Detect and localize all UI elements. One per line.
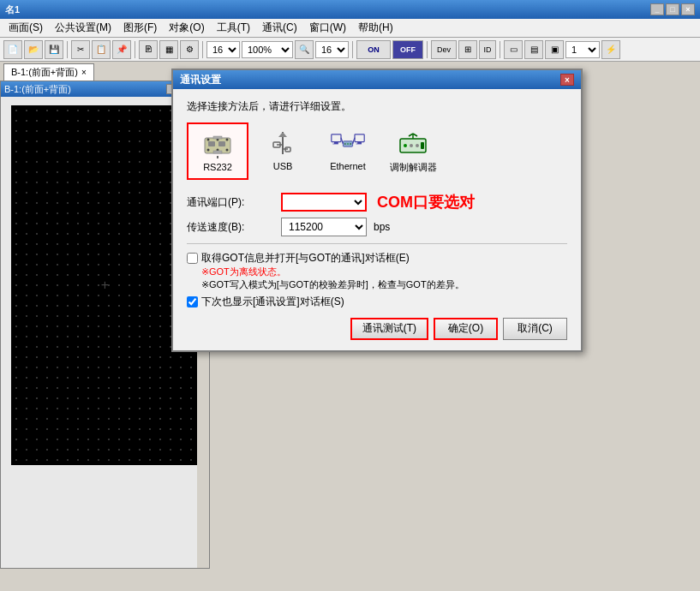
- checkbox2-label[interactable]: 下次也显示[通讯设置]对话框(S): [201, 295, 344, 309]
- svg-rect-18: [332, 134, 341, 142]
- svg-rect-21: [355, 134, 364, 142]
- checkbox1-label[interactable]: 取得GOT信息并打开[与GOT的通讯]对话框(E): [201, 252, 410, 264]
- svg-marker-13: [278, 132, 287, 137]
- ethernet-icon: [331, 128, 365, 159]
- checkbox2-input[interactable]: [187, 296, 198, 307]
- dialog-description: 选择连接方法后，请进行详细设置。: [187, 99, 567, 114]
- comm-test-button[interactable]: 通讯测试(T): [350, 318, 428, 340]
- checkbox1-note: ※GOT为离线状态。: [201, 266, 464, 278]
- usb-label: USB: [273, 161, 293, 171]
- modem-label: 调制解调器: [390, 161, 437, 174]
- svg-rect-34: [421, 142, 424, 149]
- dialog-buttons: 通讯测试(T) 确定(O) 取消(C): [187, 318, 567, 340]
- dialog-separator: [187, 243, 567, 244]
- baud-select[interactable]: 115200: [281, 218, 367, 236]
- main-area: B-1:(前面+背面) _ □ × + 通讯设置 × 选择连接方法后，请进: [0, 81, 700, 569]
- svg-point-26: [347, 143, 349, 145]
- dialog-body: 选择连接方法后，请进行详细设置。: [173, 89, 581, 350]
- svg-point-6: [207, 149, 210, 152]
- svg-point-32: [410, 144, 413, 147]
- svg-point-3: [207, 139, 210, 141]
- dialog-title-text: 通讯设置: [180, 73, 221, 87]
- connection-types: RS232: [187, 122, 567, 180]
- svg-point-31: [404, 144, 407, 147]
- checkbox1-row: 取得GOT信息并打开[与GOT的通讯]对话框(E) ※GOT为离线状态。 ※GO…: [187, 251, 567, 291]
- dialog-title-bar: 通讯设置 ×: [173, 70, 581, 89]
- baud-row: 传送速度(B): 115200 bps: [187, 218, 567, 236]
- dialog-close-button[interactable]: ×: [560, 74, 574, 86]
- conn-type-usb[interactable]: USB: [252, 122, 314, 180]
- baud-control-wrap: 115200 bps: [281, 218, 390, 236]
- svg-point-8: [226, 149, 229, 152]
- port-select[interactable]: [281, 193, 367, 212]
- svg-rect-9: [213, 136, 222, 139]
- port-label: 通讯端口(P):: [187, 195, 281, 210]
- comm-settings-dialog: 通讯设置 × 选择连接方法后，请进行详细设置。: [171, 69, 583, 352]
- svg-point-33: [416, 144, 419, 147]
- svg-point-25: [344, 143, 346, 145]
- baud-label: 传送速度(B):: [187, 220, 281, 235]
- port-row: 通讯端口(P): COM口要选对: [187, 192, 567, 212]
- checkbox1-note2: ※GOT写入模式为[与GOT的校验差异时]，检查与GOT的差异。: [201, 278, 464, 291]
- usb-icon: [266, 128, 300, 159]
- dialog-overlay: 通讯设置 × 选择连接方法后，请进行详细设置。: [0, 0, 700, 591]
- cancel-button[interactable]: 取消(C): [503, 318, 567, 340]
- port-control-wrap: [281, 193, 367, 212]
- ok-button[interactable]: 确定(O): [434, 318, 498, 340]
- conn-type-rs232[interactable]: RS232: [187, 122, 248, 180]
- rs232-label: RS232: [203, 162, 232, 172]
- svg-point-27: [350, 143, 351, 145]
- conn-type-modem[interactable]: 调制解调器: [382, 122, 444, 180]
- checkbox2-row: 下次也显示[通讯设置]对话框(S): [187, 295, 567, 309]
- ethernet-label: Ethernet: [330, 161, 366, 171]
- svg-rect-1: [208, 141, 215, 146]
- modem-icon: [396, 128, 430, 159]
- rs232-icon: [200, 129, 235, 160]
- baud-unit: bps: [374, 221, 390, 233]
- svg-point-5: [226, 139, 229, 141]
- checkbox1-text-block: 取得GOT信息并打开[与GOT的通讯]对话框(E) ※GOT为离线状态。 ※GO…: [201, 251, 464, 291]
- annotation-com: COM口要选对: [377, 192, 475, 212]
- svg-rect-2: [218, 141, 225, 146]
- svg-rect-10: [213, 151, 222, 153]
- conn-type-ethernet[interactable]: Ethernet: [317, 122, 379, 180]
- checkbox1-input[interactable]: [187, 253, 198, 264]
